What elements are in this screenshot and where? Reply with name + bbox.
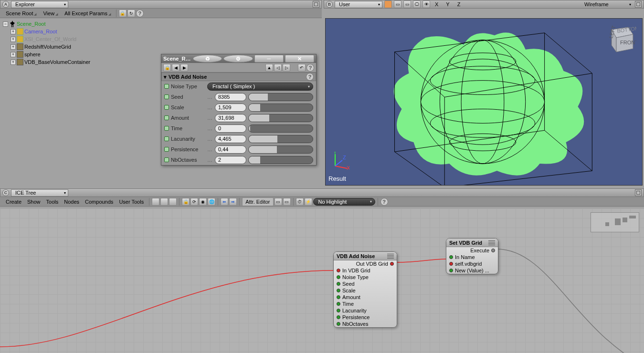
shading-dropdown[interactable]: Wireframe	[581, 1, 633, 8]
axis-x-btn[interactable]: X	[432, 1, 441, 7]
ice-minimap[interactable]	[591, 212, 639, 232]
vp-btn-3[interactable]: ▭	[403, 0, 411, 8]
ice-graph-view[interactable]: VDB Add Noise Out VDB Grid In VDB GridNo…	[0, 208, 644, 353]
param-slider[interactable]	[248, 93, 313, 101]
timer-icon[interactable]: ⏱	[296, 198, 304, 206]
highlight-dropdown[interactable]: No Highlight	[313, 198, 375, 206]
recycle-icon[interactable]: ♻	[193, 55, 222, 62]
ppg-titlebar[interactable]: Scene_Root : VDB_BaseVolumeCon... ♻ ⚙ ─ …	[161, 54, 316, 63]
in-port[interactable]: Amount	[334, 294, 397, 301]
axis-y-btn[interactable]: Y	[443, 1, 452, 7]
tree-item[interactable]: + RedshiftVolumeGrid	[3, 43, 319, 51]
tb-icon[interactable]: ▭	[274, 198, 282, 206]
node-vdb-add-noise[interactable]: VDB Add Noise Out VDB Grid In VDB GridNo…	[333, 251, 397, 328]
help-icon[interactable]: ?	[380, 198, 388, 206]
panel-letter-c[interactable]: C	[2, 189, 9, 196]
in-port[interactable]: In VDB Grid	[334, 267, 397, 274]
ice-menu[interactable]: Show	[24, 199, 43, 205]
vp-btn-2[interactable]: ▭	[394, 0, 401, 8]
ice-menu[interactable]: User Tools	[116, 199, 147, 205]
eye-icon[interactable]: 👁	[422, 0, 430, 8]
nav-fwd-icon[interactable]: ➡	[229, 198, 237, 206]
in-port[interactable]: Seed	[334, 280, 397, 287]
fwd-icon[interactable]: ▷	[283, 64, 290, 72]
out-port[interactable]: Out VDB Grid	[334, 260, 397, 267]
node-menu-icon[interactable]	[387, 254, 394, 259]
in-port[interactable]: Persistence	[334, 314, 397, 321]
gear-icon[interactable]: ⚙	[223, 55, 253, 62]
param-slider[interactable]	[248, 156, 313, 164]
refresh-icon[interactable]: ↻	[127, 10, 135, 17]
scope-menu[interactable]: Scene Root	[3, 10, 39, 16]
anim-divot[interactable]	[164, 105, 169, 110]
anim-divot[interactable]	[164, 94, 169, 99]
param-value-input[interactable]: 31,698	[215, 114, 246, 122]
up-icon[interactable]: ▲	[265, 64, 273, 72]
expand-icon[interactable]: +	[11, 44, 16, 50]
ice-menu[interactable]: Nodes	[61, 199, 82, 205]
anim-divot[interactable]	[164, 84, 169, 89]
node-header[interactable]: Set VDB Grid	[446, 239, 498, 247]
in-port[interactable]: In Name	[446, 254, 498, 260]
vp-btn-1[interactable]	[384, 0, 392, 8]
axis-z-btn[interactable]: Z	[454, 1, 464, 7]
expand-icon[interactable]: +	[11, 60, 16, 65]
anim-divot[interactable]	[164, 126, 169, 131]
param-slider[interactable]	[248, 104, 313, 112]
tb-icon[interactable]: ▭	[283, 198, 291, 206]
ice-menu[interactable]: Tools	[43, 199, 62, 205]
node-set-vdb-grid[interactable]: Set VDB Grid Execute In Nameself.vdbgrid…	[446, 238, 498, 274]
pin-icon[interactable]: ─	[254, 55, 284, 62]
bolt-icon[interactable]: ⚡	[305, 198, 312, 206]
param-slider[interactable]	[248, 145, 313, 154]
param-slider[interactable]	[248, 114, 313, 122]
globe-icon[interactable]: 🌐	[208, 198, 215, 206]
view-dropdown-ice[interactable]: ICE Tree	[11, 189, 68, 197]
help-icon[interactable]: ?	[136, 10, 144, 17]
back-icon[interactable]: ◁	[274, 64, 282, 72]
close-icon[interactable]: ✕	[285, 55, 314, 62]
tb-icon[interactable]	[160, 198, 168, 206]
maximize-button[interactable]	[635, 189, 642, 196]
param-slider[interactable]	[248, 125, 313, 133]
ice-menu[interactable]: Compounds	[82, 199, 116, 205]
tree-item[interactable]: + Camera_Root	[3, 28, 319, 35]
lock-icon[interactable]: 🔒	[163, 64, 171, 72]
ice-menu[interactable]: Create	[3, 199, 24, 205]
tb-icon[interactable]	[169, 198, 177, 206]
view-menu[interactable]: View	[40, 10, 61, 16]
tb-icon[interactable]	[152, 198, 159, 206]
param-value-input[interactable]: 4,465	[215, 135, 246, 143]
node-header[interactable]: VDB Add Noise	[334, 252, 397, 260]
expand-icon[interactable]: +	[11, 29, 16, 34]
param-value-input[interactable]: 1,509	[215, 104, 246, 112]
panel-letter-a[interactable]: A	[2, 1, 9, 8]
filter-menu[interactable]: All Except Params	[62, 10, 114, 16]
next-icon[interactable]: ▶	[180, 64, 188, 72]
prev-icon[interactable]: ◀	[172, 64, 179, 72]
camera-dropdown[interactable]: User	[335, 1, 382, 8]
anim-divot[interactable]	[164, 157, 169, 162]
undo-icon[interactable]: ↶	[298, 64, 306, 72]
anim-divot[interactable]	[164, 115, 169, 120]
help-icon[interactable]: ?	[306, 73, 314, 81]
param-value-input[interactable]: 0,44	[215, 145, 246, 154]
monitor-icon[interactable]: 🖵	[413, 0, 421, 8]
node-menu-icon[interactable]	[488, 240, 495, 245]
param-slider[interactable]	[248, 135, 313, 143]
in-port[interactable]: New (Value) ...	[446, 267, 498, 274]
out-port[interactable]: Execute	[446, 247, 498, 254]
maximize-button[interactable]	[313, 1, 319, 8]
expand-icon[interactable]: +	[11, 37, 16, 42]
lock-icon[interactable]: 🔒	[119, 10, 127, 17]
3d-viewport[interactable]: Y X Z Result LEFT FRONT BOTTOM	[325, 18, 643, 186]
in-port[interactable]: NbOctaves	[334, 321, 397, 327]
collapse-icon[interactable]: −	[3, 21, 8, 27]
maximize-button[interactable]	[635, 1, 642, 8]
tree-item[interactable]: + XSI_Center_Of_World	[3, 35, 319, 43]
anim-divot[interactable]	[164, 136, 169, 141]
in-port[interactable]: self.vdbgrid	[446, 260, 498, 267]
param-value-input[interactable]: 8385	[215, 93, 246, 101]
in-port[interactable]: Time	[334, 301, 397, 307]
anim-divot[interactable]	[164, 147, 169, 152]
